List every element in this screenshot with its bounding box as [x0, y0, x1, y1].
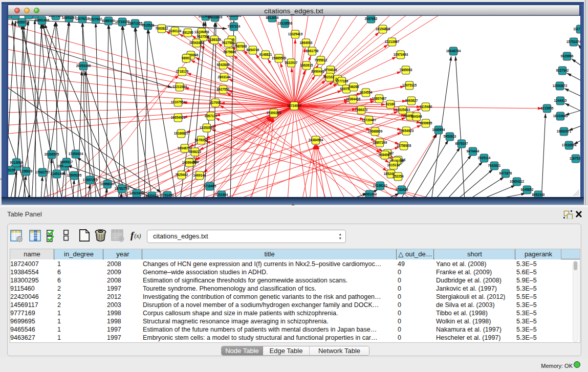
svg-text:1615132: 1615132	[387, 163, 400, 167]
svg-text:7632621: 7632621	[488, 164, 501, 167]
svg-text:8186328: 8186328	[208, 38, 221, 41]
svg-text:15885520: 15885520	[272, 56, 287, 60]
svg-text:10107554: 10107554	[171, 100, 186, 104]
svg-text:9242848: 9242848	[217, 63, 230, 67]
svg-text:7625402: 7625402	[176, 173, 188, 177]
svg-text:1156829: 1156829	[20, 169, 33, 173]
svg-text:1640954: 1640954	[432, 128, 445, 132]
svg-text:10653267: 10653267	[62, 16, 77, 19]
svg-text:16782759: 16782759	[115, 187, 129, 190]
svg-text:9505317: 9505317	[60, 160, 73, 164]
svg-text:8454749: 8454749	[247, 48, 259, 52]
svg-text:19336468: 19336468	[227, 16, 242, 17]
svg-text:1733426: 1733426	[396, 188, 408, 191]
svg-text:10756928: 10756928	[397, 144, 411, 147]
svg-text:9162263: 9162263	[23, 16, 35, 16]
svg-text:3267110: 3267110	[205, 114, 217, 118]
svg-text:7485003: 7485003	[400, 68, 412, 72]
svg-text:19654923: 19654923	[171, 116, 186, 119]
svg-text:8813054: 8813054	[266, 16, 279, 19]
svg-text:39159: 39159	[8, 168, 15, 172]
svg-text:19218506: 19218506	[278, 21, 293, 25]
svg-text:9227342: 9227342	[556, 69, 569, 72]
svg-text:7955812: 7955812	[315, 58, 328, 62]
svg-text:12505155: 12505155	[67, 173, 82, 177]
svg-text:16543382: 16543382	[189, 41, 204, 45]
svg-text:16546934: 16546934	[8, 16, 23, 16]
svg-text:14136141: 14136141	[373, 184, 388, 187]
svg-text:3624554: 3624554	[360, 91, 373, 94]
svg-text:7663822: 7663822	[156, 27, 168, 30]
svg-text:8990448: 8990448	[312, 70, 324, 73]
svg-text:9474444: 9474444	[467, 149, 480, 153]
svg-text:2087682: 2087682	[365, 17, 378, 20]
svg-text:746266: 746266	[348, 85, 359, 89]
svg-text:5675685: 5675685	[224, 50, 236, 54]
svg-text:19384554: 19384554	[309, 138, 323, 142]
svg-text:10688609: 10688609	[368, 129, 383, 133]
svg-text:12975115: 12975115	[402, 83, 417, 87]
svg-text:12213967: 12213967	[385, 40, 400, 43]
svg-text:10807487: 10807487	[372, 97, 387, 100]
svg-text:9329966: 9329966	[561, 54, 574, 58]
svg-text:8952340: 8952340	[532, 193, 545, 196]
svg-text:14099459: 14099459	[182, 161, 197, 164]
svg-text:252254: 252254	[393, 174, 404, 178]
svg-text:10025433: 10025433	[396, 108, 410, 112]
svg-text:1362615: 1362615	[300, 63, 313, 67]
svg-text:17957255: 17957255	[83, 178, 98, 182]
svg-text:1244415: 1244415	[554, 99, 567, 102]
svg-text:13325419: 13325419	[288, 32, 303, 36]
svg-text:9115460: 9115460	[420, 105, 432, 108]
svg-text:(x): (x)	[134, 232, 141, 239]
svg-text:5716485: 5716485	[204, 184, 216, 188]
svg-text:8160124: 8160124	[169, 29, 182, 33]
svg-text:7986372: 7986372	[355, 108, 368, 112]
svg-text:964344: 964344	[411, 115, 422, 118]
svg-text:19654923: 19654923	[399, 129, 414, 133]
svg-text:17016504: 17016504	[562, 143, 577, 147]
svg-text:17353924: 17353924	[69, 152, 83, 156]
svg-text:11172225: 11172225	[573, 27, 580, 31]
svg-text:25300205: 25300205	[267, 111, 281, 115]
svg-text:5498222: 5498222	[189, 150, 202, 154]
svg-text:16648784: 16648784	[446, 49, 461, 53]
svg-text:20691406: 20691406	[35, 18, 50, 22]
svg-text:417006: 417006	[210, 101, 221, 104]
svg-text:9699695: 9699695	[420, 121, 432, 125]
svg-text:98901: 98901	[182, 56, 191, 60]
svg-text:19692971: 19692971	[557, 129, 572, 133]
svg-text:1864093: 1864093	[300, 41, 313, 45]
svg-text:16671355: 16671355	[128, 21, 143, 25]
svg-text:5953923: 5953923	[444, 135, 456, 138]
svg-text:6679197: 6679197	[455, 142, 468, 145]
svg-text:19166827: 19166827	[174, 132, 189, 135]
svg-text:17942757: 17942757	[35, 170, 50, 174]
svg-text:6961758: 6961758	[306, 49, 319, 53]
svg-text:7201964: 7201964	[215, 193, 228, 196]
svg-text:10654112: 10654112	[510, 180, 525, 183]
svg-text:2935114: 2935114	[478, 156, 491, 160]
svg-text:8427552: 8427552	[217, 87, 230, 91]
svg-text:16033809: 16033809	[208, 16, 223, 19]
svg-text:11061404: 11061404	[362, 192, 377, 196]
svg-text:12923448: 12923448	[129, 191, 144, 195]
svg-text:8471676: 8471676	[499, 171, 512, 175]
svg-text:20206575: 20206575	[45, 152, 59, 156]
svg-text:18807249: 18807249	[373, 141, 387, 144]
svg-text:18724007: 18724007	[287, 104, 302, 107]
svg-text:9084067: 9084067	[379, 153, 391, 157]
svg-text:18977391: 18977391	[49, 16, 63, 17]
svg-text:7357224: 7357224	[228, 25, 241, 28]
svg-text:10973493: 10973493	[394, 53, 408, 56]
svg-text:7515526: 7515526	[142, 24, 155, 27]
svg-text:8791450: 8791450	[161, 193, 174, 197]
svg-text:9245652: 9245652	[521, 188, 534, 191]
svg-text:24055724: 24055724	[15, 20, 30, 24]
svg-text:5322037: 5322037	[285, 61, 298, 64]
svg-text:2967608: 2967608	[234, 45, 247, 48]
svg-text:9463627: 9463627	[405, 99, 418, 102]
svg-text:891295: 891295	[182, 31, 193, 34]
svg-text:12353594: 12353594	[200, 126, 214, 129]
svg-text:9777169: 9777169	[336, 79, 349, 83]
